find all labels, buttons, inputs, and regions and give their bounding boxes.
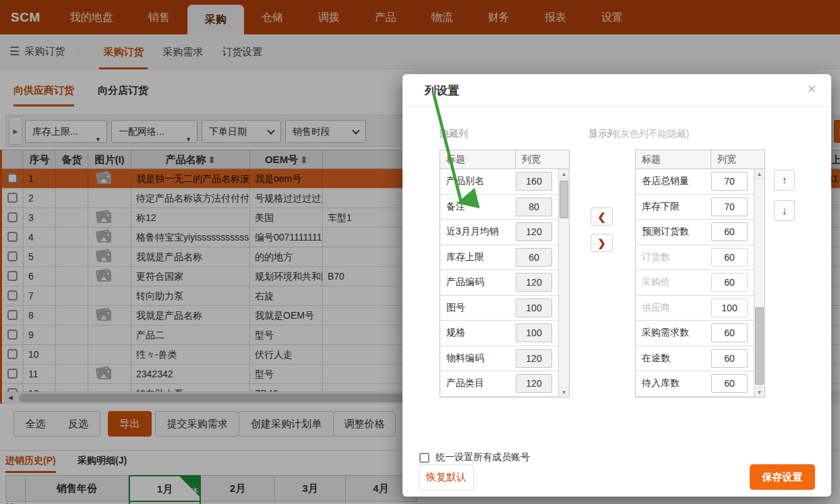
column-title: 在途数 [636,352,711,365]
hidden-col-title-header: 标题 [440,150,516,168]
move-down-button[interactable]: ↓ [774,200,795,221]
visible-column-row[interactable]: 订货数 [636,245,764,271]
column-width-input[interactable] [516,298,552,317]
column-width-input[interactable] [516,248,552,267]
scroll-down-icon[interactable]: ▼ [754,387,764,397]
column-title: 订货数 [636,251,711,263]
column-title: 图号 [440,302,516,314]
restore-defaults-button[interactable]: 恢复默认 [419,464,474,491]
visible-column-row[interactable]: 采购需求数 [636,321,764,346]
hidden-columns-table: 标题 列宽 产品别名备注近3月月均销库存上限产品编码图号规格物料编码产品类目 ▲… [440,150,570,398]
visible-columns-table: 标题 列宽 各店总销量库存下限预测订货数订货数采购价供应商采购需求数在途数待入库… [635,150,765,398]
move-to-visible-button[interactable]: ❯ [591,234,613,252]
hidden-column-row[interactable]: 近3月月均销 [440,220,569,245]
column-title: 采购需求数 [636,327,711,339]
visible-table-scrollbar[interactable]: ▲ ▼ [754,169,764,397]
hidden-column-row[interactable]: 图号 [440,296,569,321]
column-width-input[interactable] [711,298,748,317]
column-settings-modal: 列设置 ✕ 隐藏列 显示列(灰色列不能隐藏) 标题 列宽 产品别名备注近3月月均… [402,74,831,497]
move-to-hidden-button[interactable]: ❮ [591,208,613,226]
column-width-input[interactable] [516,172,552,191]
hidden-column-row[interactable]: 备注 [440,195,569,220]
column-width-input[interactable] [516,374,552,393]
column-width-input[interactable] [711,323,748,342]
column-width-input[interactable] [711,172,748,191]
unify-accounts-row: 统一设置所有成员账号 [419,451,530,464]
column-width-input[interactable] [516,197,552,216]
column-width-input[interactable] [711,374,748,393]
hidden-col-width-header: 列宽 [516,150,541,168]
visible-columns-label: 显示列(灰色列不能隐藏) [589,128,689,140]
hidden-columns-label: 隐藏列 [440,128,468,140]
column-width-input[interactable] [516,349,552,368]
hidden-column-row[interactable]: 产品别名 [440,169,569,195]
hidden-column-row[interactable]: 产品类目 [440,371,569,397]
column-width-input[interactable] [711,197,748,216]
visible-column-row[interactable]: 采购价 [636,270,764,296]
column-title: 近3月月均销 [440,226,516,238]
scroll-down-icon[interactable]: ▼ [559,387,569,397]
column-title: 供应商 [636,302,711,314]
column-width-input[interactable] [711,349,748,368]
column-title: 备注 [440,201,516,213]
close-icon[interactable]: ✕ [807,82,816,96]
save-settings-button[interactable]: 保存设置 [750,464,815,490]
column-title: 库存下限 [636,201,711,213]
hidden-table-scrollbar[interactable]: ▲ ▼ [558,169,569,397]
column-title: 物料编码 [440,352,516,365]
hidden-column-row[interactable]: 产品编码 [440,270,569,296]
column-width-input[interactable] [516,273,552,292]
visible-column-row[interactable]: 各店总销量 [636,169,764,195]
scroll-up-icon[interactable]: ▲ [754,169,764,179]
column-title: 产品类目 [440,377,516,389]
hidden-column-row[interactable]: 库存上限 [440,245,569,271]
visible-column-row[interactable]: 预测订货数 [636,220,764,245]
scroll-up-icon[interactable]: ▲ [559,169,569,179]
column-width-input[interactable] [711,222,748,241]
unify-accounts-checkbox[interactable] [419,453,429,463]
column-width-input[interactable] [711,248,748,267]
column-width-input[interactable] [711,273,748,292]
column-title: 产品编码 [440,276,516,288]
hidden-column-row[interactable]: 规格 [440,321,569,346]
column-title: 规格 [440,327,516,339]
column-title: 待入库数 [636,377,711,389]
scm-app: SCM 我的地盘销售采购仓储调拨产品物流财务报表设置 ☰ 采购订货 〉 采购订货… [0,0,840,504]
column-width-input[interactable] [516,323,552,342]
visible-col-title-header: 标题 [636,150,711,168]
visible-column-row[interactable]: 供应商 [636,296,764,321]
modal-title: 列设置 [425,83,459,98]
visible-column-row[interactable]: 待入库数 [636,371,764,397]
scrollbar-thumb[interactable] [560,181,568,218]
column-title: 库存上限 [440,251,516,263]
column-title: 产品别名 [440,175,516,187]
visible-col-width-header: 列宽 [711,150,736,168]
column-width-input[interactable] [516,222,552,241]
column-title: 采购价 [636,276,711,288]
column-title: 各店总销量 [636,175,711,187]
modal-divider [402,106,831,107]
unify-accounts-label: 统一设置所有成员账号 [436,451,530,464]
scrollbar-thumb[interactable] [755,307,764,385]
hidden-column-row[interactable]: 物料编码 [440,346,569,372]
visible-column-row[interactable]: 库存下限 [636,195,764,220]
move-up-button[interactable]: ↑ [774,170,795,191]
column-title: 预测订货数 [636,226,711,238]
visible-column-row[interactable]: 在途数 [636,346,764,372]
